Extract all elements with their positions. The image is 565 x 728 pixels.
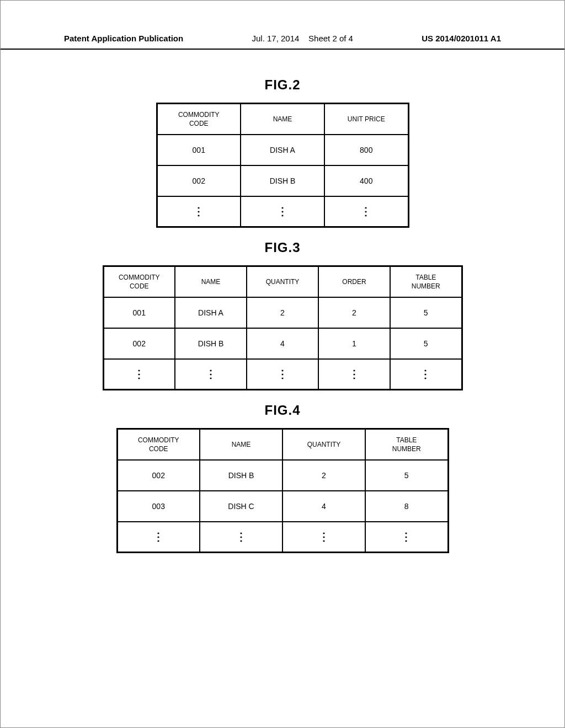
fig4-table-wrap: COMMODITYCODE NAME QUANTITY TABLENUMBER …: [1, 428, 564, 553]
table-row: ⋮ ⋮ ⋮ ⋮ ⋮: [103, 359, 462, 390]
fig3-h1: NAME: [175, 266, 247, 297]
table-row: 001 DISH A 800: [157, 135, 408, 165]
fig3-label: FIG.3: [1, 240, 564, 255]
cell: 003: [117, 491, 200, 522]
cell: 002: [157, 165, 241, 196]
cell: DISH B: [175, 328, 247, 359]
fig4-h3: TABLENUMBER: [365, 429, 448, 460]
fig4-header-row: COMMODITYCODE NAME QUANTITY TABLENUMBER: [117, 429, 448, 460]
cell: 8: [365, 491, 448, 522]
fig4-h2: QUANTITY: [282, 429, 365, 460]
cell: 2: [247, 297, 318, 328]
header-date: Jul. 17, 2014: [252, 34, 299, 43]
table-row: 001 DISH A 2 2 5: [103, 297, 462, 328]
table-row: 002 DISH B 400: [157, 165, 408, 196]
cell: 001: [157, 135, 241, 165]
table-row: ⋮ ⋮ ⋮ ⋮: [117, 522, 448, 553]
fig4-h1: NAME: [200, 429, 282, 460]
cell: DISH B: [241, 165, 324, 196]
fig4-table: COMMODITYCODE NAME QUANTITY TABLENUMBER …: [116, 428, 449, 553]
header-pubno: US 2014/0201011 A1: [422, 34, 501, 43]
vdots-icon: ⋮: [390, 359, 462, 390]
fig3-table: COMMODITYCODE NAME QUANTITY ORDER TABLEN…: [103, 265, 463, 390]
cell: 400: [324, 165, 408, 196]
vdots-icon: ⋮: [157, 196, 241, 227]
cell: 5: [390, 297, 462, 328]
cell: 5: [365, 460, 448, 491]
fig3-h0: COMMODITYCODE: [103, 266, 175, 297]
fig3-h2: QUANTITY: [247, 266, 318, 297]
fig2-header-row: COMMODITYCODE NAME UNIT PRICE: [157, 104, 408, 135]
table-row: 003 DISH C 4 8: [117, 491, 448, 522]
vdots-icon: ⋮: [175, 359, 247, 390]
table-row: ⋮ ⋮ ⋮: [157, 196, 408, 227]
vdots-icon: ⋮: [103, 359, 175, 390]
vdots-icon: ⋮: [200, 522, 282, 553]
fig3-h3: ORDER: [318, 266, 390, 297]
fig4-label: FIG.4: [1, 403, 564, 418]
vdots-icon: ⋮: [324, 196, 408, 227]
cell: 002: [117, 460, 200, 491]
cell: 001: [103, 297, 175, 328]
fig2-h0: COMMODITYCODE: [157, 104, 241, 135]
page: Patent Application Publication Jul. 17, …: [0, 0, 565, 728]
page-header: Patent Application Publication Jul. 17, …: [1, 34, 564, 50]
fig3-table-wrap: COMMODITYCODE NAME QUANTITY ORDER TABLEN…: [1, 265, 564, 390]
cell: 5: [390, 328, 462, 359]
table-row: 002 DISH B 2 5: [117, 460, 448, 491]
fig3-h4: TABLENUMBER: [390, 266, 462, 297]
vdots-icon: ⋮: [318, 359, 390, 390]
vdots-icon: ⋮: [282, 522, 365, 553]
cell: DISH A: [241, 135, 324, 165]
vdots-icon: ⋮: [365, 522, 448, 553]
cell: DISH B: [200, 460, 282, 491]
fig2-label: FIG.2: [1, 77, 564, 93]
cell: 2: [282, 460, 365, 491]
vdots-icon: ⋮: [247, 359, 318, 390]
cell: DISH C: [200, 491, 282, 522]
cell: 002: [103, 328, 175, 359]
cell: 2: [318, 297, 390, 328]
fig2-h1: NAME: [241, 104, 324, 135]
cell: 4: [247, 328, 318, 359]
fig2-h2: UNIT PRICE: [324, 104, 408, 135]
cell: 1: [318, 328, 390, 359]
cell: 4: [282, 491, 365, 522]
fig3-header-row: COMMODITYCODE NAME QUANTITY ORDER TABLEN…: [103, 266, 462, 297]
fig2-table: COMMODITYCODE NAME UNIT PRICE 001 DISH A…: [156, 103, 409, 228]
vdots-icon: ⋮: [117, 522, 200, 553]
fig4-h0: COMMODITYCODE: [117, 429, 200, 460]
fig2-table-wrap: COMMODITYCODE NAME UNIT PRICE 001 DISH A…: [1, 103, 564, 228]
cell: 800: [324, 135, 408, 165]
header-center: Jul. 17, 2014 Sheet 2 of 4: [252, 34, 353, 43]
vdots-icon: ⋮: [241, 196, 324, 227]
header-left: Patent Application Publication: [64, 34, 183, 43]
table-row: 002 DISH B 4 1 5: [103, 328, 462, 359]
header-sheet: Sheet 2 of 4: [308, 34, 353, 43]
cell: DISH A: [175, 297, 247, 328]
